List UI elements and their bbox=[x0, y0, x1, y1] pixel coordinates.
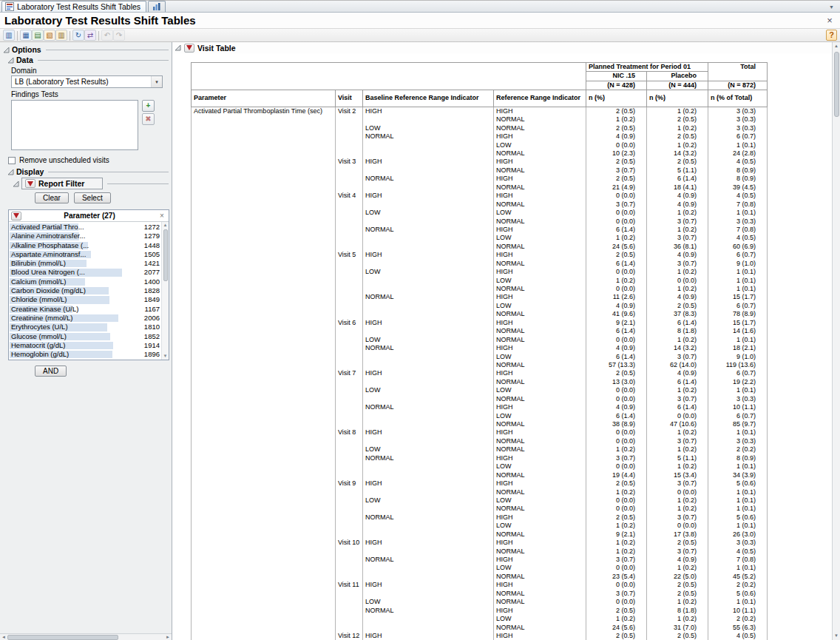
filter-item[interactable]: Creatine Kinase (U/L)1167 bbox=[9, 305, 161, 314]
visit-table-row: NORMAL0 (0.0)1 (0.2)1 (0.1) bbox=[192, 285, 768, 293]
visit-table-row: NORMAL24 (5.6)36 (8.1)60 (6.9) bbox=[192, 243, 768, 251]
visit-table-row: NORMALHIGH11 (2.6)4 (0.9)15 (1.7) bbox=[192, 293, 768, 301]
filter-item[interactable]: Activated Partial Thro...1272 bbox=[9, 223, 161, 232]
filter-item[interactable]: Glucose (mmol/L)1852 bbox=[9, 332, 161, 341]
open-report-icon[interactable]: ▥ bbox=[3, 30, 15, 41]
sidebar-scroll-thumb[interactable] bbox=[7, 635, 118, 640]
visit-table-row: NORMAL24 (5.6)31 (7.0)55 (6.3) bbox=[192, 623, 768, 631]
filter-item-label: Carbon Dioxide (mg/dL) bbox=[11, 286, 86, 294]
close-icon[interactable]: × bbox=[824, 16, 836, 26]
chevron-down-icon: ▾ bbox=[151, 76, 162, 87]
scrollbar-thumb[interactable] bbox=[834, 52, 839, 117]
undo-icon[interactable]: ↶ bbox=[101, 30, 113, 41]
filter-item[interactable]: Chloride (mmol/L)1849 bbox=[9, 295, 161, 304]
visit-table-row: LOW6 (1.4)3 (0.7)9 (1.0) bbox=[192, 352, 768, 360]
col-header-n-pct-nic: n (%) bbox=[586, 90, 647, 107]
filter-item[interactable]: Bilirubin (mmol/L)1421 bbox=[9, 259, 161, 268]
domain-combobox[interactable]: LB (Laboratory Test Results) ▾ bbox=[11, 75, 163, 88]
visit-table-body: Activated Partial Thromboplastin Time (s… bbox=[192, 107, 768, 640]
vertical-scrollbar[interactable]: ▲ ▼ bbox=[832, 42, 840, 640]
filter-item[interactable]: Aspartate Aminotransf...1505 bbox=[9, 250, 161, 259]
scroll-down-icon[interactable]: ▼ bbox=[163, 353, 168, 360]
clear-button[interactable]: Clear bbox=[35, 192, 69, 203]
report-filter-title: Report Filter bbox=[38, 179, 84, 188]
filter-item-count: 1421 bbox=[144, 259, 160, 268]
data-table-icon[interactable]: ▦ bbox=[20, 30, 32, 41]
visit-table-row: NORMAL38 (8.9)47 (10.6)85 (9.7) bbox=[192, 420, 768, 428]
scroll-left-icon[interactable]: ◄ bbox=[0, 635, 7, 639]
sidebar-horizontal-scrollbar[interactable]: ◄ ► bbox=[0, 633, 172, 640]
options-panel: Options Data Domain LB (Laboratory Test … bbox=[0, 42, 172, 640]
refresh-icon[interactable]: ↻ bbox=[72, 30, 84, 41]
scroll-up-icon[interactable]: ▲ bbox=[833, 42, 840, 50]
filter-item[interactable]: Blood Urea Nitrogen (...2077 bbox=[9, 268, 161, 277]
remove-unscheduled-checkbox[interactable]: Remove unscheduled visits bbox=[8, 156, 169, 164]
add-tests-button[interactable]: + bbox=[142, 100, 155, 112]
filter-item[interactable]: Erythrocytes (U/L)1810 bbox=[9, 323, 161, 331]
visit-table-row: NORMAL3 (0.7)4 (0.9)7 (0.8) bbox=[192, 201, 768, 209]
help-button[interactable]: ? bbox=[826, 30, 837, 41]
visit-table-row: Activated Partial Thromboplastin Time (s… bbox=[192, 107, 768, 115]
filter-menu-icon[interactable] bbox=[11, 212, 21, 220]
summary-table-icon[interactable]: ▤ bbox=[32, 30, 44, 41]
domain-label: Domain bbox=[11, 67, 169, 75]
toolbar-separator bbox=[17, 31, 18, 41]
filter-item-count: 1272 bbox=[144, 223, 160, 232]
filter-scroll-thumb[interactable] bbox=[163, 229, 168, 281]
report-filter-menu-icon[interactable] bbox=[25, 179, 35, 188]
filter-item-label: Erythrocytes (U/L) bbox=[11, 323, 68, 331]
scroll-up-icon[interactable]: ▲ bbox=[163, 222, 168, 229]
col-header-baseline-ref-range: Baseline Reference Range Indicator bbox=[363, 90, 494, 107]
page-title: Laboratory Test Results Shift Tables bbox=[4, 14, 196, 27]
graph-icon[interactable]: ▧ bbox=[44, 30, 55, 41]
toolbar: ▥▦▤▧▥↻⇄↶↷ ? bbox=[0, 29, 840, 42]
col-header-n-pct-placebo: n (%) bbox=[647, 90, 708, 107]
filter-item-label: Blood Urea Nitrogen (... bbox=[11, 268, 85, 276]
filter-item[interactable]: Calcium (mmol/L)1400 bbox=[9, 277, 161, 286]
tab-list-icon[interactable]: ▼ bbox=[829, 4, 838, 12]
visit-table-row: NORMALHIGH2 (0.5)3 (0.7)5 (0.6) bbox=[192, 513, 768, 522]
visit-table-row: NORMAL0 (0.0)3 (0.7)3 (0.3) bbox=[192, 437, 768, 445]
visit-table-row: NORMALHIGH2 (0.5)8 (1.8)10 (1.1) bbox=[192, 607, 768, 615]
col-header-parameter: Parameter bbox=[192, 90, 336, 107]
visit-table-row: LOW0 (0.0)1 (0.2)1 (0.1) bbox=[192, 141, 768, 149]
visit-table-row: LOW1 (0.2)1 (0.2)2 (0.2) bbox=[192, 615, 768, 623]
remove-unscheduled-label: Remove unscheduled visits bbox=[19, 156, 109, 164]
filter-item[interactable]: Creatinine (mmol/L)2006 bbox=[9, 314, 161, 323]
tab-graph[interactable] bbox=[148, 1, 166, 12]
report-filter-disclosure-icon[interactable] bbox=[13, 181, 19, 187]
visit-table-row: NORMALHIGH2 (0.5)6 (1.4)8 (0.9) bbox=[192, 175, 768, 183]
filter-item-label: Calcium (mmol/L) bbox=[11, 277, 66, 286]
visit-table-disclosure-icon[interactable] bbox=[175, 44, 181, 51]
filter-close-icon[interactable]: × bbox=[158, 212, 166, 220]
filter-scrollbar[interactable]: ▲ ▼ bbox=[161, 222, 169, 360]
filter-item[interactable]: Hemoglobin (g/dL)1896 bbox=[9, 350, 161, 359]
journal-icon[interactable]: ▥ bbox=[55, 30, 67, 41]
visit-table-row: LOW0 (0.0)1 (0.2)1 (0.1) bbox=[192, 564, 768, 572]
data-disclosure-icon[interactable] bbox=[7, 57, 14, 64]
scroll-down-icon[interactable]: ▼ bbox=[833, 632, 840, 640]
x-icon: ✖ bbox=[145, 115, 151, 123]
visit-table-menu-icon[interactable] bbox=[184, 44, 194, 53]
visit-table-row: NORMALHIGH3 (0.7)5 (1.1)8 (0.9) bbox=[192, 454, 768, 462]
filter-item[interactable]: Alkaline Phosphatase (...1448 bbox=[9, 241, 161, 250]
select-button[interactable]: Select bbox=[74, 192, 111, 203]
display-disclosure-icon[interactable] bbox=[7, 169, 14, 175]
visit-table-row: Visit 6HIGHHIGH9 (2.1)6 (1.4)15 (1.7) bbox=[192, 319, 768, 327]
switch-data-icon[interactable]: ⇄ bbox=[84, 30, 96, 41]
findings-tests-listbox[interactable] bbox=[11, 100, 138, 150]
clear-tests-button[interactable]: ✖ bbox=[142, 113, 155, 125]
visit-table-row: NORMAL23 (5.4)22 (5.0)45 (5.2) bbox=[192, 573, 768, 581]
redo-icon[interactable]: ↷ bbox=[113, 30, 125, 41]
tab-lab-shift-tables[interactable]: Laboratory Test Results Shift Tables bbox=[1, 1, 146, 12]
visit-table-row: NORMAL10 (2.3)14 (3.2)24 (2.8) bbox=[192, 149, 768, 158]
visit-table-row: Visit 10HIGHHIGH1 (0.2)2 (0.5)3 (0.3) bbox=[192, 539, 768, 547]
toolbar-separator bbox=[70, 31, 70, 41]
visit-table-row: NORMAL0 (0.0)3 (0.7)3 (0.3) bbox=[192, 217, 768, 225]
scroll-right-icon[interactable]: ► bbox=[164, 635, 172, 639]
filter-item[interactable]: Carbon Dioxide (mg/dL)1828 bbox=[9, 286, 161, 295]
filter-item[interactable]: Alanine Aminotransfer...1279 bbox=[9, 232, 161, 240]
and-button[interactable]: AND bbox=[35, 366, 67, 377]
filter-item[interactable]: Hematocrit (g/dL)1914 bbox=[9, 341, 161, 350]
options-disclosure-icon[interactable] bbox=[3, 47, 10, 53]
